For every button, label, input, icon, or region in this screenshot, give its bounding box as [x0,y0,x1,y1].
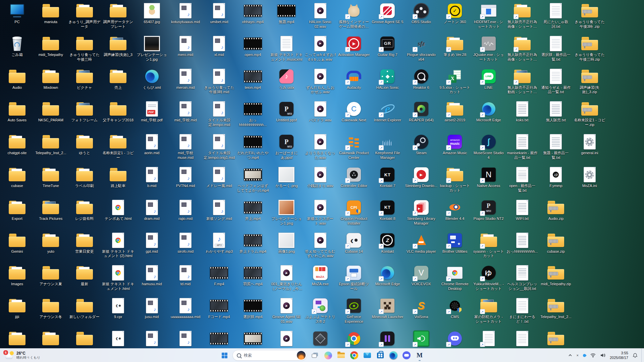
desktop-icon[interactable]: Images [1,265,33,287]
desktop-icon[interactable]: open - 親作品一覧.txt [506,167,538,193]
desktop-icon[interactable]: F.mp4 [203,265,235,287]
desktop-icon[interactable]: ↗Microsoft Edge [473,101,505,123]
desktop-icon[interactable]: 新しいフォルダー [68,298,101,319]
desktop-icon[interactable]: おっhhhhhhhhhhhh... [237,101,269,127]
desktop-icon[interactable] [506,330,538,347]
desktop-icon[interactable]: ↗Internet Explorer [371,101,404,123]
desktop-icon[interactable]: midi_Telepathy.zip [540,265,572,287]
mail-button[interactable] [362,350,372,360]
desktop-icon[interactable]: 新規 テキスト ドキュメント (2).html [102,232,134,259]
desktop-icon[interactable]: ↗筆まめ Ver.28 [439,36,471,57]
desktop-icon[interactable]: 通知うぜえ - 親作品一覧.txt [540,68,572,95]
desktop-icon[interactable]: ♪hamusu.mid [136,265,168,287]
desktop-icon[interactable]: きゅうり_調声用データ [68,3,101,29]
desktop-icon[interactable]: ↗HALion Sonic [371,68,404,90]
desktop-icon[interactable]: ♪rajio.mid [169,199,202,221]
desktop-icon[interactable]: ♪meroin.mid [169,68,202,90]
desktop-icon[interactable]: ↗Amazon Music [439,134,471,156]
desktop-icon[interactable]: ohhayo-.mp4 [237,3,269,24]
desktop-icon[interactable] [540,330,572,347]
desktop-icon[interactable]: ↗ [371,330,404,347]
desktop-icon[interactable]: ♪td.mid [169,265,202,287]
desktop-icon[interactable]: 調声用データテンプレート [102,3,134,29]
desktop-icon[interactable]: ▶パズドラ.wav [304,101,336,123]
desktop-icon[interactable]: Mixdown [35,68,67,90]
desktop-icon[interactable]: ↗ [405,330,437,347]
desktop-icon[interactable]: 調声練習(失敗)_3 [102,36,134,57]
desktop-icon[interactable]: ‹9.cpr [102,298,134,319]
desktop-icon[interactable]: ヘッドフォンはずしててよかっt.mp4 [237,167,269,193]
desktop-icon[interactable]: ゆF.ymmp [540,167,572,188]
desktop-icon[interactable]: ↗ [338,330,370,347]
desktop-icon[interactable]: ラベル印刷 [68,167,101,188]
desktop-icon[interactable]: アナウンス夏 [35,265,67,287]
desktop-icon[interactable]: うみ.ustx [270,68,303,90]
desktop-icon[interactable] [237,330,269,347]
desktop-icon[interactable]: ♪b.mid [136,167,168,188]
desktop-icon[interactable]: 選択肢 - 親作品一覧.txt [540,36,572,62]
desktop-icon[interactable]: jijii [1,298,33,319]
desktop-icon[interactable]: ごみ箱 [1,36,33,57]
desktop-icon[interactable]: ヘルスコンプレッション__歌詞.txt [506,265,538,291]
desktop-icon[interactable]: プレゼンテーション1.jpg [136,36,168,62]
desktop-icon[interactable]: midi_Telepathy [35,36,67,57]
desktop-icon[interactable]: Telepathy_Inst_2... [35,134,67,156]
desktop-icon[interactable]: ↗REAPER (x64) [405,101,437,123]
desktop-icon[interactable]: ↗ [439,330,471,347]
desktop-icon[interactable]: くらび.xml [136,68,168,90]
desktop-icon[interactable]: chatgpt-site [1,134,33,156]
desktop-icon[interactable]: ♪新規ソング.mid [203,199,235,221]
desktop-icon[interactable]: ↗HDDFMT.exe - ショートカット [473,3,505,29]
desktop-icon[interactable]: レジ袋有料 [68,199,101,221]
desktop-icon[interactable]: ♪dram.mid [136,199,168,221]
desktop-icon[interactable]: きゅうり食ってた午後三時.zip [574,36,606,62]
desktop-icon[interactable]: 井上.mp4 [237,199,269,221]
desktop-icon[interactable]: ↗YukkuriMovieM... - ショートカット [473,265,505,291]
desktop-icon[interactable]: ↗ぷよぷよ™テトリス® 2 [304,298,336,324]
desktop-icon[interactable]: ↗Reaktor 6 [405,68,437,90]
desktop-icon[interactable]: ↗GeForce Experience [338,298,370,324]
desktop-icon[interactable]: ♪umibet.mid [203,3,235,24]
desktop-icon[interactable]: ↗Steam [405,134,437,156]
task-view-button[interactable] [310,350,320,360]
desktop-icon[interactable]: ↗LINE [473,68,505,90]
desktop-icon[interactable]: ↗無人販売不正行為 画像 - ショートカット [506,36,538,62]
desktop-icon[interactable]: ♪mero.mid [169,36,202,57]
desktop-icon[interactable]: 無題 - 親作品一覧.txt [540,134,572,160]
desktop-icon[interactable]: MoZA.exe [304,265,336,287]
desktop-icon[interactable]: 新規 テキスト ドキュメント.musicxml [270,36,303,62]
desktop-icon[interactable]: ↗syasinn - ショートカット [473,232,505,259]
desktop-icon[interactable]: 羽尻へ.mp4 [237,265,269,287]
desktop-icon[interactable]: ピクチャ [68,68,101,90]
desktop-icon[interactable]: teion.mp4 [237,68,269,90]
desktop-icon[interactable]: TimeTune [35,167,67,188]
desktop-icon[interactable]: Audio [1,68,33,90]
desktop-icon[interactable]: ↗無人販売不正行為 動画 - ショートカット [506,68,538,95]
desktop-icon[interactable]: ▶HALion Sonic 02.wav [304,3,336,29]
desktop-icon[interactable]: PC [1,3,33,24]
desktop-icon[interactable]: ▶ [270,330,303,347]
desktop-icon[interactable]: ♪ [169,330,202,347]
desktop-icon[interactable]: きゅうり食ってた午後三時 [68,36,101,62]
desktop-icon[interactable]: ♪gpt.mid [136,232,168,254]
desktop-icon[interactable]: おっhhhhhhhhhh... [506,232,538,254]
desktop-icon[interactable]: ♪ [136,330,168,347]
desktop-icon[interactable] [68,330,101,347]
desktop-icon[interactable]: ↗Groove Agent SE 5 [371,3,404,24]
desktop-icon[interactable] [304,330,336,347]
desktop-icon[interactable]: ♪jusu.mid [136,298,168,319]
desktop-icon[interactable]: ♪メドレー風.mid [203,167,235,188]
desktop-icon[interactable]: ↗Brother Utilities [439,232,471,254]
desktop-icon[interactable]: ↗Steinberg Library Manager [405,199,437,226]
desktop-icon[interactable]: 65407.jpg [136,3,168,24]
desktop-icon[interactable]: ▶ずんだもん_しおかぜふ.wav [304,68,336,95]
desktop-icon[interactable] [1,330,33,347]
desktop-icon[interactable]: きゅうり食ってた午後3時 .zip [574,3,606,29]
desktop-icon[interactable]: MoZA.ini [574,167,606,188]
desktop-icon[interactable]: 画像1.png [270,232,303,254]
desktop-icon[interactable] [35,330,67,347]
desktop-icon[interactable]: かるーく.png [270,167,303,188]
desktop-icon[interactable]: ↗家の防犯カメラ - ショートカット [473,298,505,324]
desktop-icon[interactable]: 最新 [68,265,101,287]
desktop-icon[interactable]: ♪mid_学校.mid [169,101,202,123]
